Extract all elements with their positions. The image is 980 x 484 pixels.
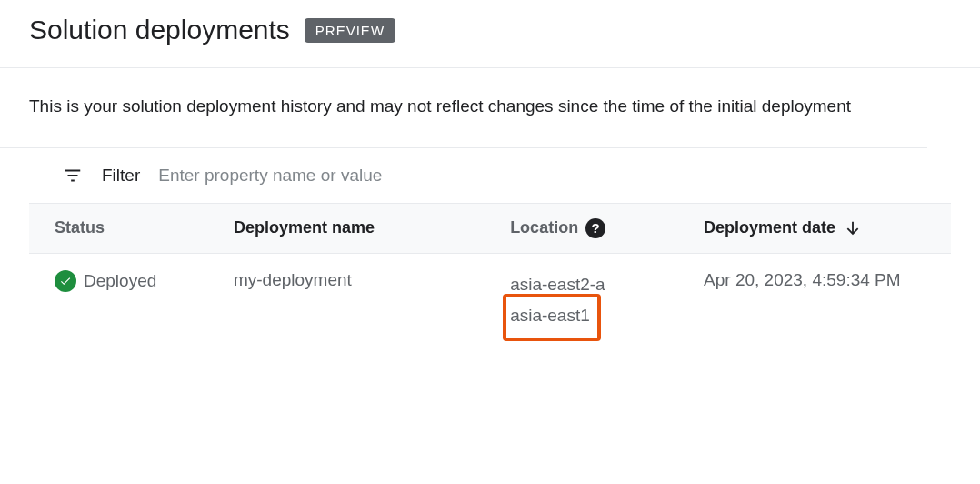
table-row[interactable]: Deployed my-deployment asia-east2-a asia… xyxy=(29,253,951,358)
status-cell: Deployed xyxy=(29,253,223,358)
help-icon[interactable]: ? xyxy=(585,218,605,238)
filter-icon xyxy=(62,165,84,187)
column-header-status[interactable]: Status xyxy=(29,203,223,253)
column-header-name[interactable]: Deployment name xyxy=(223,203,499,253)
deployments-table: Status Deployment name Location ? xyxy=(29,203,951,359)
status-text: Deployed xyxy=(84,271,156,291)
filter-bar: Filter xyxy=(0,148,980,203)
sort-descending-icon xyxy=(843,218,863,238)
location-highlight: asia-east1 xyxy=(503,294,601,341)
check-circle-icon xyxy=(55,270,76,292)
description-text: This is your solution deployment history… xyxy=(0,68,927,148)
column-header-date[interactable]: Deployment date xyxy=(693,203,951,253)
column-header-location[interactable]: Location ? xyxy=(499,203,693,253)
page-title: Solution deployments xyxy=(29,15,290,45)
location-cell: asia-east2-a asia-east1 xyxy=(499,253,693,358)
date-cell: Apr 20, 2023, 4:59:34 PM xyxy=(693,253,951,358)
preview-badge: PREVIEW xyxy=(305,18,395,43)
filter-label: Filter xyxy=(102,166,140,186)
location-value-2: asia-east1 xyxy=(510,306,590,325)
filter-input[interactable] xyxy=(158,166,951,186)
table-header-row: Status Deployment name Location ? xyxy=(29,203,951,253)
name-cell: my-deployment xyxy=(223,253,499,358)
